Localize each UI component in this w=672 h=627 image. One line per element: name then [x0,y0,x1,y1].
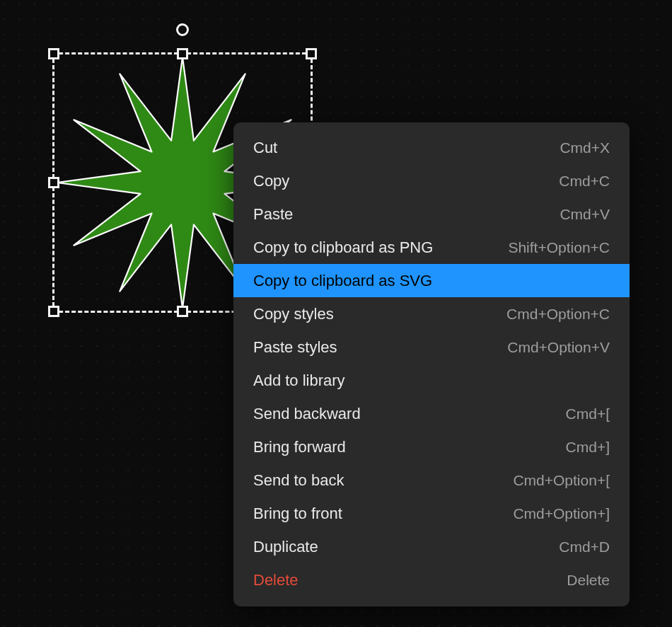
menu-item-bring-to-front[interactable]: Bring to frontCmd+Option+] [233,497,630,530]
menu-item-shortcut: Cmd+V [560,207,610,222]
menu-item-shortcut: Cmd+Option+C [506,306,610,321]
menu-item-shortcut: Cmd+D [559,539,610,554]
menu-item-send-backward[interactable]: Send backwardCmd+[ [233,397,630,430]
menu-item-label: Bring to front [253,506,342,522]
menu-item-shortcut: Delete [567,573,610,587]
rotation-handle[interactable] [176,23,189,36]
menu-item-label: Send to back [253,473,344,488]
menu-item-label: Delete [253,573,299,588]
resize-handle-ne[interactable] [306,48,317,59]
menu-item-cut[interactable]: CutCmd+X [233,131,630,164]
menu-item-send-to-back[interactable]: Send to backCmd+Option+[ [233,464,630,497]
menu-item-delete[interactable]: DeleteDelete [233,563,630,597]
menu-item-copy[interactable]: CopyCmd+C [233,164,630,197]
menu-item-paste-styles[interactable]: Paste stylesCmd+Option+V [233,330,630,364]
menu-item-shortcut: Cmd+Option+V [507,340,610,355]
menu-item-label: Duplicate [253,539,318,555]
menu-item-label: Paste [253,207,293,222]
menu-item-shortcut: Cmd+X [560,140,610,155]
menu-item-shortcut: Shift+Option+C [508,240,610,255]
menu-item-label: Cut [253,140,277,156]
menu-item-duplicate[interactable]: DuplicateCmd+D [233,530,630,563]
menu-item-label: Add to library [253,373,345,389]
menu-item-shortcut: Cmd+[ [566,406,610,421]
menu-item-shortcut: Cmd+C [559,173,610,188]
menu-item-copy-to-clipboard-as-png[interactable]: Copy to clipboard as PNGShift+Option+C [233,231,630,264]
menu-item-label: Paste styles [253,340,337,355]
menu-item-label: Copy [253,173,289,189]
context-menu: CutCmd+XCopyCmd+CPasteCmd+VCopy to clipb… [233,122,630,606]
resize-handle-n[interactable] [177,48,188,59]
menu-item-label: Copy styles [253,306,334,322]
resize-handle-sw[interactable] [48,306,59,317]
menu-item-shortcut: Cmd+Option+[ [513,473,610,488]
menu-item-shortcut: Cmd+] [566,439,610,454]
menu-item-add-to-library[interactable]: Add to library [233,364,630,397]
menu-item-label: Send backward [253,406,361,422]
menu-item-copy-to-clipboard-as-svg[interactable]: Copy to clipboard as SVG [233,264,630,297]
resize-handle-nw[interactable] [48,48,59,59]
menu-item-paste[interactable]: PasteCmd+V [233,197,630,231]
menu-item-bring-forward[interactable]: Bring forwardCmd+] [233,430,630,464]
menu-item-shortcut: Cmd+Option+] [513,506,610,521]
menu-item-label: Copy to clipboard as PNG [253,240,433,255]
menu-item-label: Copy to clipboard as SVG [253,273,432,289]
resize-handle-s[interactable] [177,306,188,317]
resize-handle-w[interactable] [48,177,59,188]
menu-item-copy-styles[interactable]: Copy stylesCmd+Option+C [233,297,630,330]
menu-item-label: Bring forward [253,439,346,455]
